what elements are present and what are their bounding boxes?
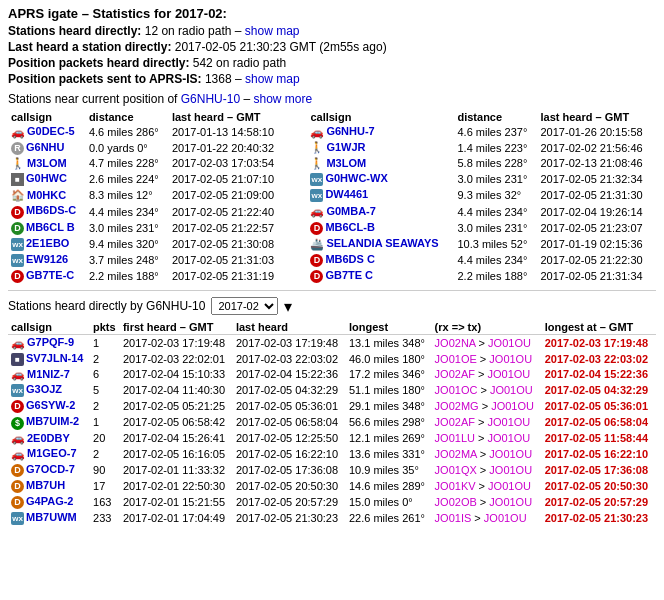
heard-longest-at: 2017-02-05 11:58:44	[542, 431, 656, 447]
near-callsign-link-right[interactable]: GB7TE C	[325, 269, 373, 281]
heard-route-from[interactable]: JO02NA	[435, 337, 476, 349]
heard-route-from[interactable]: JO02OB	[435, 496, 477, 508]
near-callsign-link-right[interactable]: G1WJR	[326, 141, 365, 153]
heard-pkts: 1	[90, 334, 120, 350]
heard-route-from[interactable]: JO02AF	[435, 416, 475, 428]
near-col-spacer	[287, 110, 307, 124]
heard-longest-at-link[interactable]: 2017-02-05 17:36:08	[545, 464, 648, 476]
heard-col-rxtx: (rx => tx)	[432, 320, 542, 335]
near-callsign-link-left[interactable]: MB6DS-C	[26, 204, 76, 216]
near-callsign-link-right[interactable]: G0MBA-7	[326, 205, 376, 217]
heard-longest: 12.1 miles 269°	[346, 431, 432, 447]
heard-longest-at-link[interactable]: 2017-02-04 15:22:36	[545, 368, 648, 380]
heard-route-to[interactable]: JO01OU	[489, 448, 532, 460]
near-callsign-link-right[interactable]: G0HWC-WX	[325, 172, 387, 184]
show-map-link-2[interactable]: show map	[245, 72, 300, 86]
near-callsign-link-right[interactable]: MB6CL-B	[325, 221, 375, 233]
heard-callsign-link[interactable]: G7PQF-9	[27, 336, 74, 348]
heard-callsign-link[interactable]: G7OCD-7	[26, 463, 75, 475]
heard-callsign-link[interactable]: G3OJZ	[26, 383, 62, 395]
heard-callsign-link[interactable]: MB7UIM-2	[26, 415, 79, 427]
heard-first: 2017-02-03 17:19:48	[120, 334, 233, 350]
heard-callsign-link[interactable]: G6SYW-2	[26, 399, 75, 411]
heard-route-to[interactable]: JO01OU	[484, 512, 527, 524]
heard-route-to[interactable]: JO01OU	[490, 384, 533, 396]
near-callsign-link-left[interactable]: G6NHU	[26, 141, 65, 153]
stat-last-heard: Last heard a station directly: 2017-02-0…	[8, 40, 656, 54]
heard-longest-at-link[interactable]: 2017-02-05 04:32:29	[545, 384, 648, 396]
near-callsign-link-right[interactable]: MB6DS C	[325, 253, 375, 265]
heard-route-to[interactable]: JO01OU	[489, 464, 532, 476]
heard-callsign-link[interactable]: M1GEO-7	[27, 447, 77, 459]
heard-route-from[interactable]: JO01OE	[435, 353, 477, 365]
near-distance-left: 4.7 miles 228°	[86, 156, 169, 172]
heard-route-from[interactable]: JO02MG	[435, 400, 479, 412]
heard-longest-at-link[interactable]: 2017-02-05 06:58:04	[545, 416, 648, 428]
heard-longest-at-link[interactable]: 2017-02-03 22:03:02	[545, 353, 648, 365]
heard-callsign-link[interactable]: MB7UH	[26, 479, 65, 491]
heard-route-from[interactable]: JO01QX	[435, 464, 477, 476]
heard-last: 2017-02-04 15:22:36	[233, 367, 346, 383]
heard-longest-at-link[interactable]: 2017-02-05 16:22:10	[545, 448, 648, 460]
near-callsign-link-left[interactable]: 2E1EBO	[26, 237, 69, 249]
near-callsign-link-left[interactable]: M3LOM	[27, 157, 67, 169]
heard-route-from[interactable]: JO02MA	[435, 448, 477, 460]
near-distance-left: 4.4 miles 234°	[86, 203, 169, 219]
near-distance-right: 4.4 miles 234°	[454, 252, 537, 268]
near-callsign-link-right[interactable]: DW4461	[325, 188, 368, 200]
heard-route-to[interactable]: JO01OU	[488, 480, 531, 492]
near-table: callsign distance last heard – GMT calls…	[8, 110, 656, 284]
near-callsign-link-right[interactable]: M3LOM	[326, 157, 366, 169]
heard-longest-at-link[interactable]: 2017-02-05 21:30:23	[545, 512, 648, 524]
heard-longest-at-link[interactable]: 2017-02-05 20:50:30	[545, 480, 648, 492]
show-more-link[interactable]: show more	[253, 92, 312, 106]
heard-longest-at: 2017-02-05 16:22:10	[542, 446, 656, 462]
heard-route-to[interactable]: JO01OU	[488, 337, 531, 349]
near-callsign-link-left[interactable]: G0DEC-5	[27, 125, 75, 137]
near-callsign-link-right[interactable]: G6NHU-7	[326, 125, 374, 137]
heard-route-to[interactable]: JO01OU	[489, 496, 532, 508]
heard-route-to[interactable]: JO01OU	[488, 416, 531, 428]
near-callsign-left: 🚶M3LOM	[8, 156, 86, 172]
near-date-right: 2017-02-05 21:22:30	[538, 252, 657, 268]
heard-longest-at-link[interactable]: 2017-02-05 05:36:01	[545, 400, 648, 412]
heard-table-row: $MB7UIM-212017-02-05 06:58:422017-02-05 …	[8, 414, 656, 430]
heard-longest-at-link[interactable]: 2017-02-05 11:58:44	[545, 432, 648, 444]
heard-route-from[interactable]: JO01KV	[435, 480, 476, 492]
near-date-left: 2017-02-05 21:09:00	[169, 187, 287, 203]
heard-route-to[interactable]: JO01OU	[489, 353, 532, 365]
near-callsign-link-left[interactable]: G0HWC	[26, 172, 67, 184]
heard-route-from[interactable]: JO02AF	[435, 368, 475, 380]
heard-callsign-link[interactable]: G4PAG-2	[26, 495, 73, 507]
heard-route-from[interactable]: JO01LU	[435, 432, 475, 444]
heard-longest-at: 2017-02-03 17:19:48	[542, 334, 656, 350]
near-callsign-link-left[interactable]: EW9126	[26, 253, 68, 265]
heard-callsign-link[interactable]: SV7JLN-14	[26, 352, 83, 364]
heard-longest-at: 2017-02-05 20:50:30	[542, 478, 656, 494]
heard-route: JO01IS > JO01OU	[432, 510, 542, 526]
g6nhu-10-link[interactable]: G6NHU-10	[181, 92, 240, 106]
near-callsign-right: DGB7TE C	[307, 268, 454, 284]
heard-route-to[interactable]: JO01OU	[491, 400, 534, 412]
show-map-link-1[interactable]: show map	[245, 24, 300, 38]
heard-route-from[interactable]: JO01OC	[435, 384, 478, 396]
near-date-right: 2017-02-02 21:56:46	[538, 140, 657, 156]
near-callsign-link-right[interactable]: SELANDIA SEAWAYS	[326, 237, 438, 249]
near-callsign-link-left[interactable]: M0HKC	[27, 189, 66, 201]
heard-callsign-link[interactable]: 2E0DBY	[27, 432, 70, 444]
near-date-left: 2017-02-05 21:31:19	[169, 268, 287, 284]
heard-longest-at-link[interactable]: 2017-02-03 17:19:48	[545, 337, 648, 349]
heard-pkts: 233	[90, 510, 120, 526]
heard-route-to[interactable]: JO01OU	[488, 368, 531, 380]
near-callsign-link-left[interactable]: GB7TE-C	[26, 269, 74, 281]
heard-first: 2017-02-04 15:26:41	[120, 431, 233, 447]
heard-route-from[interactable]: JO01IS	[435, 512, 472, 524]
near-date-right: 2017-01-26 20:15:58	[538, 124, 657, 140]
heard-route-to[interactable]: JO01OU	[488, 432, 531, 444]
near-callsign-link-left[interactable]: MB6CL B	[26, 221, 75, 233]
month-select[interactable]: 2017-02 2017-01 2016-12	[211, 297, 278, 315]
heard-callsign-link[interactable]: MB7UWM	[26, 511, 77, 523]
heard-longest-at-link[interactable]: 2017-02-05 20:57:29	[545, 496, 648, 508]
heard-callsign: DMB7UH	[8, 478, 90, 494]
heard-callsign-link[interactable]: M1NIZ-7	[27, 368, 70, 380]
